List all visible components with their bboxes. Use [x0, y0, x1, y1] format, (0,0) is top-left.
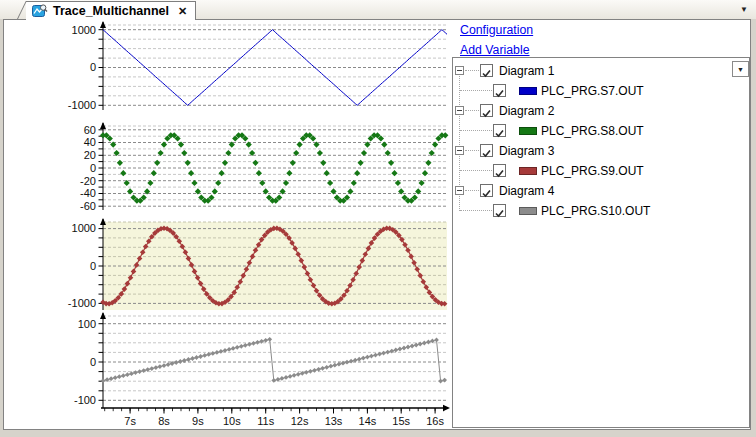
- diagram-4-checkbox[interactable]: [480, 184, 493, 197]
- svg-text:0: 0: [90, 61, 96, 73]
- svg-text:100: 100: [78, 318, 96, 330]
- svg-text:9s: 9s: [192, 415, 204, 427]
- tree-group-row: Diagram 4: [453, 181, 749, 201]
- svg-text:-40: -40: [80, 187, 96, 199]
- tree-variable-label: PLC_PRG.S10.OUT: [541, 204, 650, 218]
- diagram-3-checkbox[interactable]: [480, 144, 493, 157]
- diagram-2-checkbox[interactable]: [480, 104, 493, 117]
- plc-prg-s9-checkbox[interactable]: [493, 164, 506, 177]
- svg-text:0: 0: [90, 356, 96, 368]
- tree-group-label: Diagram 4: [499, 184, 554, 198]
- diagram-1-checkbox[interactable]: [480, 64, 493, 77]
- svg-text:16s: 16s: [426, 415, 444, 427]
- collapse-icon[interactable]: [455, 66, 464, 75]
- svg-text:1000: 1000: [72, 24, 96, 36]
- svg-text:13s: 13s: [325, 415, 343, 427]
- svg-text:14s: 14s: [359, 415, 377, 427]
- trace-editor-window: 10000-10006040200-20-40-6010000-10001000…: [3, 19, 751, 430]
- svg-text:-1000: -1000: [68, 99, 96, 111]
- tab-title: Trace_Multichannel: [53, 4, 169, 18]
- tree-group-label: Diagram 3: [499, 144, 554, 158]
- series-color-swatch: [519, 87, 537, 95]
- tree-variable-label: PLC_PRG.S9.OUT: [541, 164, 644, 178]
- tree-variable-row: PLC_PRG.S8.OUT: [453, 121, 749, 141]
- add-variable-link[interactable]: Add Variable: [460, 43, 530, 57]
- svg-text:0: 0: [90, 260, 96, 272]
- series-color-swatch: [519, 207, 537, 215]
- tree-group-label: Diagram 1: [499, 64, 554, 78]
- svg-text:60: 60: [84, 124, 96, 136]
- collapse-icon[interactable]: [455, 186, 464, 195]
- svg-text:1000: 1000: [72, 222, 96, 234]
- svg-text:15s: 15s: [392, 415, 410, 427]
- plc-prg-s8-checkbox[interactable]: [493, 124, 506, 137]
- tree-variable-label: PLC_PRG.S8.OUT: [541, 124, 644, 138]
- tree-variable-row: PLC_PRG.S9.OUT: [453, 161, 749, 181]
- variable-tree: ▼ Diagram 1 PLC_PRG.S7.OUT Diagram 2: [452, 57, 750, 428]
- series-color-swatch: [519, 127, 537, 135]
- svg-text:-1000: -1000: [68, 297, 96, 309]
- svg-text:40: 40: [84, 136, 96, 148]
- svg-text:-100: -100: [74, 394, 96, 406]
- tree-variable-row: PLC_PRG.S7.OUT: [453, 81, 749, 101]
- plc-prg-s7-checkbox[interactable]: [493, 84, 506, 97]
- svg-text:7s: 7s: [124, 415, 136, 427]
- svg-text:-20: -20: [80, 175, 96, 187]
- tree-group-row: Diagram 3: [453, 141, 749, 161]
- svg-text:12s: 12s: [291, 415, 309, 427]
- series-color-swatch: [519, 167, 537, 175]
- tab-close-icon[interactable]: ✕: [178, 5, 187, 18]
- trace-icon: [32, 4, 48, 18]
- svg-text:0: 0: [90, 162, 96, 174]
- configuration-link[interactable]: Configuration: [460, 23, 533, 37]
- tab-bar: Trace_Multichannel ✕ ▼: [0, 0, 756, 19]
- trace-charts: 10000-10006040200-20-40-6010000-10001000…: [4, 20, 450, 430]
- tree-group-row: Diagram 1: [453, 61, 749, 81]
- svg-text:11s: 11s: [257, 415, 274, 427]
- svg-text:-60: -60: [80, 200, 96, 212]
- svg-text:10s: 10s: [223, 415, 241, 427]
- svg-text:20: 20: [84, 149, 96, 161]
- collapse-icon[interactable]: [455, 106, 464, 115]
- tree-variable-label: PLC_PRG.S7.OUT: [541, 84, 644, 98]
- tab-list-chevron-down-icon[interactable]: ▼: [740, 5, 748, 14]
- collapse-icon[interactable]: [455, 146, 464, 155]
- tab-trace-multichannel[interactable]: Trace_Multichannel ✕: [26, 1, 196, 20]
- tree-variable-row: PLC_PRG.S10.OUT: [453, 201, 749, 221]
- tree-group-label: Diagram 2: [499, 104, 554, 118]
- plc-prg-s10-checkbox[interactable]: [493, 204, 506, 217]
- svg-text:8s: 8s: [158, 415, 170, 427]
- tree-group-row: Diagram 2: [453, 101, 749, 121]
